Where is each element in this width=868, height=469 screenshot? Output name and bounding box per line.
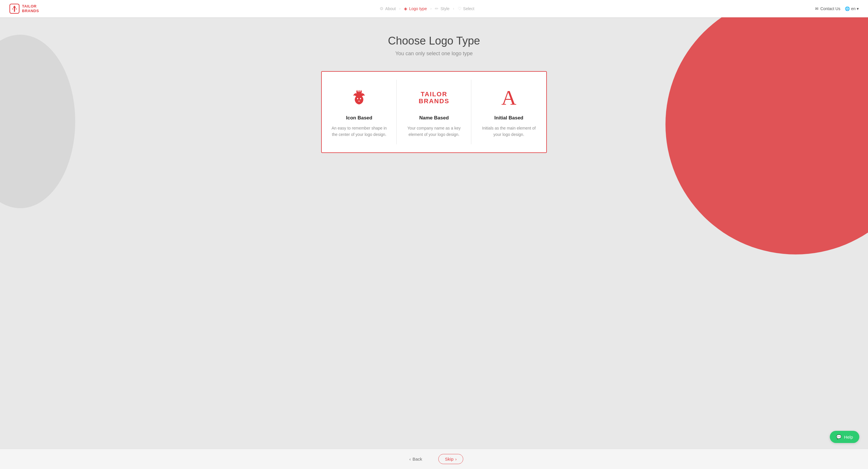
card-initial-based-icon: A — [501, 86, 517, 109]
nav-chevron-3: › — [453, 7, 454, 11]
nav-chevron-1: › — [399, 7, 400, 11]
card-icon-based[interactable]: Icon Based An easy to remember shape in … — [322, 72, 397, 153]
card-icon-based-title: Icon Based — [346, 115, 372, 121]
header-right: ✉ Contact Us 🌐 en ▾ — [815, 6, 859, 11]
help-button[interactable]: 💬 Help — [830, 431, 859, 443]
nav-chevron-2: › — [430, 7, 431, 11]
main-content: Choose Logo Type You can only select one… — [0, 18, 868, 469]
nav-step-logotype[interactable]: ◈ Logo type — [402, 5, 429, 12]
card-name-based-icon: TAILOR BRANDS — [418, 86, 450, 109]
card-name-based-desc: Your company name as a key element of yo… — [405, 125, 463, 138]
skip-arrow-icon: › — [455, 457, 457, 462]
contact-us-button[interactable]: ✉ Contact Us — [815, 6, 840, 11]
logotype-icon: ◈ — [404, 6, 407, 11]
skip-button[interactable]: Skip › — [438, 454, 463, 464]
mail-icon: ✉ — [815, 6, 818, 11]
nav-steps: ⚙ About › ◈ Logo type › ✏ Style › ♡ Sele… — [378, 5, 476, 12]
card-icon-based-icon — [349, 86, 369, 109]
deer-icon — [349, 88, 369, 108]
nav-step-about[interactable]: ⚙ About — [378, 5, 398, 12]
svg-point-1 — [357, 98, 358, 99]
card-initial-based[interactable]: A Initial Based Initials as the main ele… — [471, 72, 546, 153]
initial-letter-preview: A — [501, 87, 517, 108]
header: TAILOR BRANDS ⚙ About › ◈ Logo type › ✏ … — [0, 0, 868, 18]
bg-decoration-right — [665, 18, 868, 255]
nav-step-select[interactable]: ♡ Select — [456, 5, 476, 12]
card-name-based-title: Name Based — [419, 115, 449, 121]
select-icon: ♡ — [458, 6, 462, 11]
about-icon: ⚙ — [380, 6, 383, 11]
name-based-logo-preview: TAILOR BRANDS — [418, 91, 450, 105]
tailor-brands-logo-icon — [9, 3, 20, 14]
page-title: Choose Logo Type — [388, 35, 480, 47]
nav-step-style[interactable]: ✏ Style — [433, 5, 451, 12]
card-name-based[interactable]: TAILOR BRANDS Name Based Your company na… — [397, 72, 472, 153]
card-initial-based-title: Initial Based — [494, 115, 523, 121]
bg-decoration-left — [0, 35, 75, 208]
back-arrow-icon: ‹ — [409, 457, 411, 462]
language-selector[interactable]: 🌐 en ▾ — [845, 6, 859, 11]
bottom-navigation: ‹ Back Skip › — [0, 449, 868, 469]
svg-point-2 — [360, 98, 361, 99]
card-icon-based-desc: An easy to remember shape in the center … — [331, 125, 388, 138]
card-initial-based-desc: Initials as the main element of your log… — [480, 125, 537, 138]
globe-icon: 🌐 — [845, 6, 850, 11]
logo-type-cards: Icon Based An easy to remember shape in … — [321, 71, 547, 153]
back-button[interactable]: ‹ Back — [405, 454, 427, 464]
logo[interactable]: TAILOR BRANDS — [9, 3, 39, 14]
help-chat-icon: 💬 — [836, 434, 842, 439]
page-subtitle: You can only select one logo type — [395, 51, 473, 57]
style-icon: ✏ — [435, 6, 439, 11]
logo-text: TAILOR BRANDS — [22, 4, 39, 13]
chevron-down-icon: ▾ — [857, 6, 859, 11]
